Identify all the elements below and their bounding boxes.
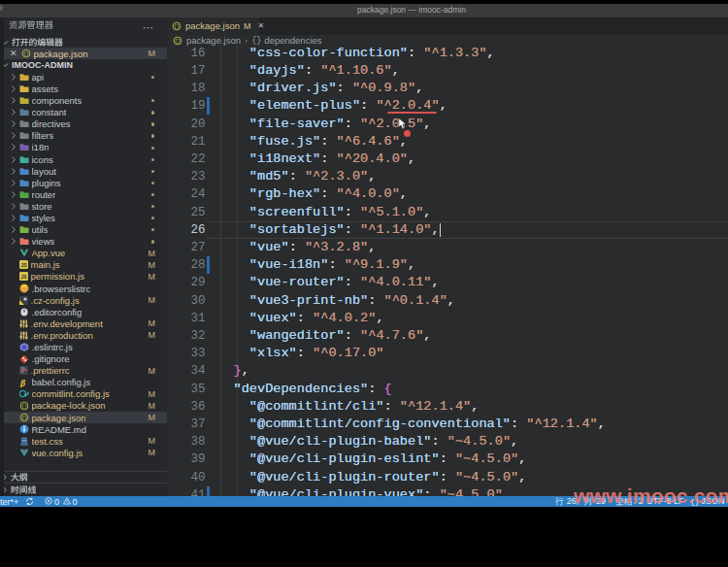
svg-text:{}: {} — [20, 415, 27, 421]
svg-text:JS: JS — [20, 274, 27, 280]
svg-text:β: β — [19, 378, 26, 387]
svg-text:{}: {} — [20, 403, 27, 410]
svg-text:{}: {} — [174, 23, 181, 30]
svg-text:JS: JS — [20, 262, 27, 268]
svg-text:{}: {} — [22, 50, 29, 57]
